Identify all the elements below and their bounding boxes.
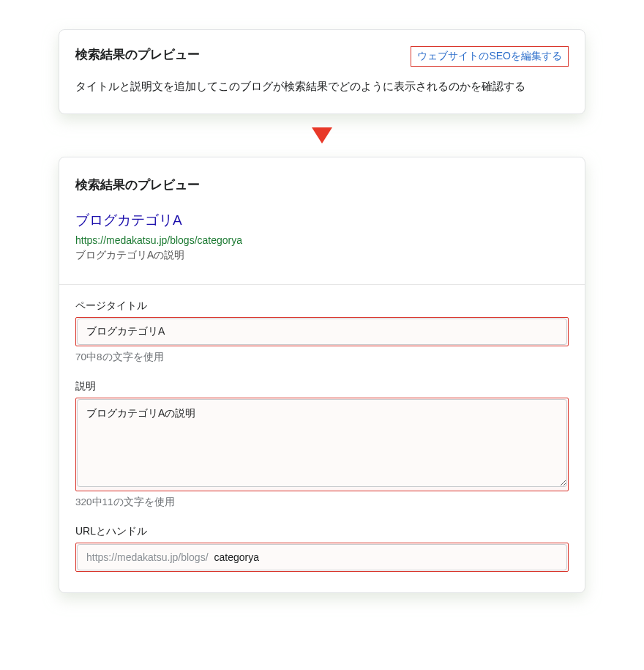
seo-preview-card-collapsed: 検索結果のプレビュー ウェブサイトのSEOを編集する タイトルと説明文を追加して… xyxy=(59,29,585,114)
url-handle-label: URLとハンドル xyxy=(75,525,569,538)
card-title: 検索結果のプレビュー xyxy=(75,46,200,63)
card-description: タイトルと説明文を追加してこのブログが検索結果でどのように表示されるのかを確認す… xyxy=(75,77,569,96)
highlight-wrap: https://medakatsu.jp/blogs/ xyxy=(75,543,569,572)
url-handle-input[interactable] xyxy=(211,545,566,570)
search-result-description: ブログカテゴリAの説明 xyxy=(75,249,569,262)
url-handle-group: URLとハンドル https://medakatsu.jp/blogs/ xyxy=(75,525,569,572)
page-title-group: ページタイトル 70中8の文字を使用 xyxy=(75,299,569,364)
page-title-input[interactable] xyxy=(77,319,567,345)
page-title-counter: 70中8の文字を使用 xyxy=(75,351,569,364)
description-group: 説明 320中11の文字を使用 xyxy=(75,380,569,509)
highlight-wrap xyxy=(75,398,569,491)
search-result-title: ブログカテゴリA xyxy=(75,211,569,230)
card-header: 検索結果のプレビュー ウェブサイトのSEOを編集する xyxy=(75,46,569,67)
search-result-url: https://medakatsu.jp/blogs/categorya xyxy=(75,234,569,246)
preview-section: 検索結果のプレビュー ブログカテゴリA https://medakatsu.jp… xyxy=(59,157,585,269)
seo-form: ページタイトル 70中8の文字を使用 説明 320中11の文字を使用 URLとハ… xyxy=(59,285,585,592)
arrow-down-icon xyxy=(312,127,332,144)
arrow-indicator xyxy=(59,127,585,146)
url-prefix: https://medakatsu.jp/blogs/ xyxy=(78,545,211,570)
page-title-label: ページタイトル xyxy=(75,299,569,313)
highlight-wrap xyxy=(75,317,569,346)
seo-preview-card-expanded: 検索結果のプレビュー ブログカテゴリA https://medakatsu.jp… xyxy=(59,157,585,593)
description-label: 説明 xyxy=(75,380,569,393)
description-counter: 320中11の文字を使用 xyxy=(75,496,569,509)
card-title: 検索結果のプレビュー xyxy=(75,176,569,193)
edit-seo-link[interactable]: ウェブサイトのSEOを編集する xyxy=(411,46,569,67)
description-input[interactable] xyxy=(77,399,567,487)
url-field: https://medakatsu.jp/blogs/ xyxy=(77,544,567,570)
